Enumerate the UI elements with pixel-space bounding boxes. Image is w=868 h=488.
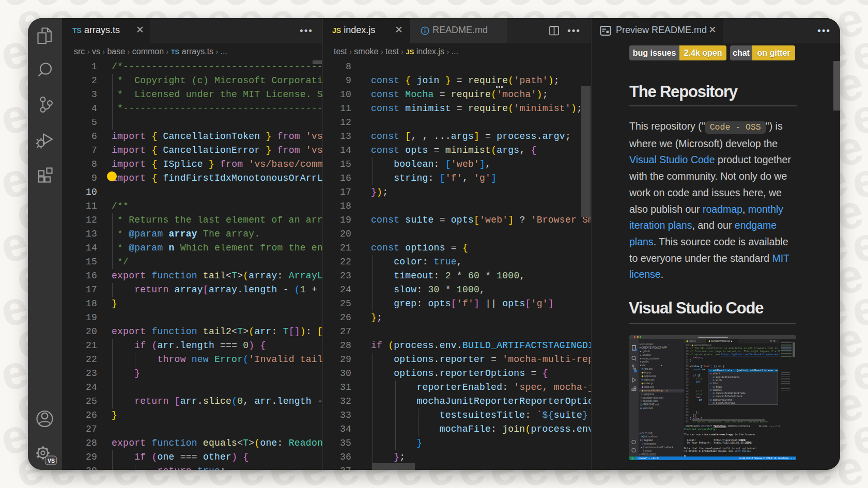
svg-text:VS: VS <box>48 458 55 464</box>
